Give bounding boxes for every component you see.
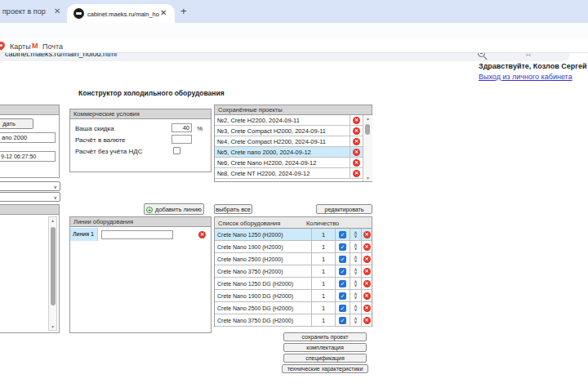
scrollbar[interactable]: ▲ ▼: [48, 216, 57, 331]
logout-link[interactable]: Выход из личного кабинета: [479, 73, 572, 81]
zoom-minus: [480, 53, 483, 54]
equipment-checkbox[interactable]: ✓: [339, 256, 346, 263]
currency-input[interactable]: [172, 135, 192, 144]
delete-project-button[interactable]: ✕: [353, 149, 360, 156]
equipment-checkbox[interactable]: ✓: [339, 280, 346, 287]
saved-project-row[interactable]: №4, Crete Compact H2200, 2024-09-11 ✕: [215, 136, 363, 147]
quantity-stepper[interactable]: ∧ ∨: [350, 241, 361, 252]
delete-equipment-button[interactable]: ✕: [363, 268, 371, 275]
create-project-button[interactable]: дать: [0, 118, 33, 129]
delete-icon: ✕: [364, 256, 368, 261]
saved-project-row[interactable]: №2, Crete H2200, 2024-09-11 ✕: [215, 115, 363, 126]
browser-window: проект в пор ✕ cabinet.maeks.ru/main_hol…: [0, 0, 588, 392]
equipment-row[interactable]: Crete Nano 3750 DG (H2000) 1 ✓ ∧ ∨ ✕: [215, 314, 372, 327]
left-dropdown-1[interactable]: ∨: [0, 181, 60, 191]
delete-equipment-button[interactable]: ✕: [363, 292, 371, 300]
delete-project-button[interactable]: ✕: [353, 117, 360, 124]
arrow-down-icon[interactable]: ∨: [354, 283, 357, 287]
close-icon[interactable]: ✕: [54, 7, 60, 16]
project-timestamp-input[interactable]: [0, 151, 56, 162]
saved-project-row[interactable]: №3, Crete Compact H2000, 2024-09-11 ✕: [215, 126, 363, 136]
quantity-stepper[interactable]: ∧ ∨: [350, 265, 361, 277]
arrow-down-icon[interactable]: ∨: [354, 308, 357, 312]
equipment-checkbox-cell: ✓: [335, 265, 350, 277]
configuration-button[interactable]: комплектация: [283, 343, 367, 352]
discount-input[interactable]: [172, 123, 192, 132]
arrow-down-icon[interactable]: ∨: [354, 234, 357, 238]
quantity-stepper[interactable]: ∧ ∨: [350, 290, 361, 301]
equipment-checkbox[interactable]: ✓: [339, 305, 346, 312]
equipment-row[interactable]: Crete Nano 2500 DG (H2000) 1 ✓ ∧ ∨ ✕: [215, 302, 372, 314]
equipment-checkbox[interactable]: ✓: [339, 231, 346, 238]
delete-equipment-button[interactable]: ✕: [363, 317, 371, 324]
saved-project-row[interactable]: №5, Crete nano 2000, 2024-09-12 ✕: [215, 147, 363, 158]
delete-equipment-button[interactable]: ✕: [363, 256, 371, 263]
delete-project-button[interactable]: ✕: [353, 138, 360, 145]
delete-icon: ✕: [354, 149, 359, 154]
delete-equipment-button[interactable]: ✕: [363, 243, 371, 251]
arrow-down-icon[interactable]: ∨: [354, 247, 357, 251]
arrow-down-icon[interactable]: ∨: [354, 296, 357, 300]
edit-line-button[interactable]: редактировать линию: [316, 204, 372, 214]
equipment-qty: 1: [311, 265, 335, 277]
equipment-checkbox[interactable]: ✓: [339, 243, 346, 251]
equipment-checkbox-cell: ✓: [335, 229, 350, 240]
arrow-down-icon[interactable]: ∨: [354, 320, 357, 324]
delete-line-button[interactable]: ✕: [198, 231, 206, 238]
arrow-down-icon[interactable]: ∨: [354, 271, 357, 275]
arrow-down-icon[interactable]: ∨: [354, 259, 357, 263]
project-name-input[interactable]: [0, 132, 56, 143]
delete-icon: ✕: [354, 160, 359, 165]
line-row[interactable]: Линия 1 ✕: [70, 228, 211, 241]
saved-project-label: №2, Crete H2200, 2024-09-11: [215, 117, 350, 124]
scrollbar-thumb[interactable]: [365, 124, 370, 135]
saved-project-row[interactable]: №8, Crete NT H2200, 2024-09-12 ✕: [215, 168, 363, 179]
equipment-name: Crete Nano 1250 DG (H2000): [215, 278, 311, 289]
close-icon[interactable]: ✕: [160, 8, 167, 17]
scrollbar-thumb[interactable]: [51, 227, 56, 305]
delete-equipment-button[interactable]: ✕: [363, 305, 371, 312]
new-tab-button[interactable]: +: [180, 5, 187, 17]
bookmark-maps[interactable]: Карты: [10, 42, 31, 51]
equipment-row[interactable]: Crete Nano 1900 (H2000) 1 ✓ ∧ ∨ ✕: [215, 241, 372, 253]
quantity-stepper[interactable]: ∧ ∨: [350, 229, 361, 240]
saved-project-label: №8, Crete NT H2200, 2024-09-12: [215, 170, 350, 177]
left-list-header: [0, 205, 59, 215]
tech-specs-button[interactable]: технические характеристики: [282, 364, 369, 373]
delete-project-button[interactable]: ✕: [353, 127, 360, 135]
equipment-row[interactable]: Crete Nano 2500 (H2000) 1 ✓ ∧ ∨ ✕: [215, 253, 372, 265]
vat-checkbox[interactable]: [173, 147, 180, 154]
quantity-stepper[interactable]: ∧ ∨: [350, 253, 361, 265]
equipment-row[interactable]: Crete Nano 1250 DG (H2000) 1 ✓ ∧ ∨ ✕: [215, 278, 372, 290]
delete-project-button[interactable]: ✕: [353, 159, 360, 167]
saved-project-row[interactable]: №6, Crete Nano H2200, 2024-09-12 ✕: [215, 158, 363, 168]
delete-equipment-button[interactable]: ✕: [363, 231, 371, 238]
scroll-down-icon[interactable]: ▼: [363, 176, 372, 180]
save-project-button[interactable]: сохранить проект: [283, 332, 367, 341]
equipment-checkbox[interactable]: ✓: [339, 292, 346, 300]
quantity-stepper[interactable]: ∧ ∨: [350, 302, 361, 314]
scroll-down-icon[interactable]: ▼: [49, 324, 56, 329]
check-icon: ✓: [341, 318, 345, 323]
tab-cabinet[interactable]: cabinet.maeks.ru/main_holod.h ✕: [67, 4, 175, 23]
check-icon: ✓: [341, 281, 345, 287]
specification-button[interactable]: спецификация: [283, 354, 367, 363]
scrollbar[interactable]: ▲ ▼: [363, 115, 372, 181]
select-all-button[interactable]: выбрать все: [214, 204, 252, 214]
scroll-up-icon[interactable]: ▲: [363, 116, 372, 121]
equipment-row[interactable]: Crete Nano 3750 (H2000) 1 ✓ ∧ ∨ ✕: [215, 265, 372, 278]
quantity-stepper[interactable]: ∧ ∨: [350, 278, 361, 289]
delete-equipment-button[interactable]: ✕: [363, 280, 371, 287]
tab-project[interactable]: проект в пор ✕: [0, 0, 65, 23]
equipment-checkbox[interactable]: ✓: [339, 317, 346, 324]
quantity-stepper[interactable]: ∧ ∨: [350, 314, 361, 326]
equipment-checkbox[interactable]: ✓: [339, 268, 346, 275]
add-line-button[interactable]: +добавить линию: [144, 203, 204, 215]
equipment-row[interactable]: Crete Nano 1250 (H2000) 1 ✓ ∧ ∨ ✕: [215, 229, 372, 241]
line-title-input[interactable]: [101, 230, 173, 239]
equipment-row[interactable]: Crete Nano 1900 DG (H2000) 1 ✓ ∧ ∨ ✕: [215, 290, 372, 302]
delete-project-button[interactable]: ✕: [353, 170, 360, 177]
bookmark-mail[interactable]: Почта: [42, 42, 63, 51]
left-dropdown-2[interactable]: ∨: [0, 192, 60, 202]
scroll-up-icon[interactable]: ▲: [49, 218, 56, 223]
